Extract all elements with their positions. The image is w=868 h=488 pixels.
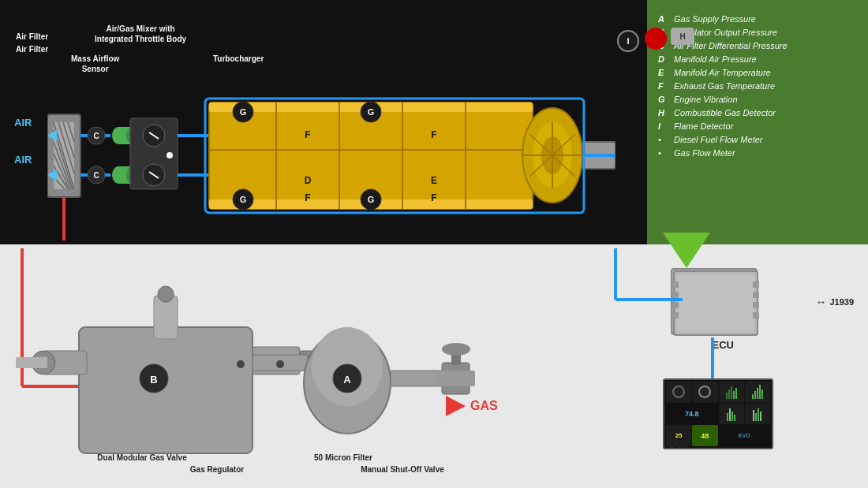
svg-text:G: G <box>240 195 247 204</box>
legend-letter-h: H <box>658 108 668 117</box>
svg-text:G: G <box>368 195 375 204</box>
engine-svg: C C <box>47 71 615 240</box>
legend-letter-e: E <box>658 68 668 77</box>
svg-text:G: G <box>368 107 375 117</box>
filter-label: 50 Micron Filter <box>296 453 391 462</box>
legend-item-d: D Manifold Air Pressure <box>658 54 857 64</box>
svg-point-30 <box>166 152 173 158</box>
combustible-gas-indicator-red <box>645 28 667 50</box>
svg-rect-85 <box>79 327 253 453</box>
legend-bullet-1: • <box>658 135 668 144</box>
legend-text-f: Exhaust Gas Temperature <box>674 81 775 91</box>
legend-item-h: H Combustible Gas Detector <box>658 108 857 117</box>
svg-text:G: G <box>240 107 247 117</box>
turbocharger-label: Turbocharger <box>213 54 264 64</box>
legend-text-i: Flame Detector <box>674 121 733 131</box>
legend-item-bullet2: • Gas Flow Meter <box>658 148 857 158</box>
svg-text:E: E <box>431 175 437 186</box>
gas-regulator-label: Gas Regulator <box>170 465 264 474</box>
legend-letter-a: A <box>658 14 668 24</box>
legend-letter-i: I <box>658 121 668 131</box>
indicator-h-label: H <box>679 32 685 41</box>
svg-rect-90 <box>16 357 47 368</box>
flame-detector-indicator: I <box>617 30 639 52</box>
diagram-container: A Gas Supply Pressure B Regulator Output… <box>0 0 868 488</box>
svg-point-100 <box>237 360 245 368</box>
legend-text-a: Gas Supply Pressure <box>674 14 756 24</box>
svg-text:C: C <box>93 132 99 140</box>
svg-text:B: B <box>150 374 157 386</box>
indicator-i-label: I <box>627 36 629 46</box>
legend-text-g: Engine Vibration <box>674 95 738 104</box>
legend-text-bullet1: Diesel Fuel Flow Meter <box>674 135 762 144</box>
legend-item-f: F Exhaust Gas Temperature <box>658 81 857 91</box>
legend-item-bullet1: • Diesel Fuel Flow Meter <box>658 135 857 144</box>
legend-item-i: I Flame Detector <box>658 121 857 131</box>
svg-text:F: F <box>305 129 310 140</box>
svg-rect-106 <box>436 371 475 386</box>
air-filter-label: Air Filter <box>16 44 48 54</box>
legend-text-bullet2: Gas Flow Meter <box>674 148 735 158</box>
svg-text:A: A <box>343 374 351 386</box>
legend-letter-f: F <box>658 81 668 91</box>
legend-letter-d: D <box>658 54 668 64</box>
svg-text:D: D <box>305 175 312 186</box>
legend-text-d: Manifold Air Pressure <box>674 54 757 64</box>
mass-airflow-label: Mass AirflowSensor <box>71 54 119 74</box>
legend-item-a: A Gas Supply Pressure <box>658 14 857 24</box>
legend-text-h: Combustible Gas Detector <box>674 108 776 117</box>
legend-bullet-2: • <box>658 148 668 158</box>
svg-text:F: F <box>431 129 436 140</box>
svg-point-101 <box>276 360 284 368</box>
svg-text:F: F <box>431 192 436 203</box>
air-label-2: AIR <box>14 154 32 166</box>
legend-item-e: E Manifold Air Temperature <box>658 68 857 77</box>
svg-text:F: F <box>305 192 310 203</box>
combustible-gas-indicator: H <box>671 28 694 45</box>
legend-text-e: Manifold Air Temperature <box>674 68 771 77</box>
air-label-1: AIR <box>14 117 32 129</box>
manual-shutoff-label: Manual Shut-Off Valve <box>347 465 458 474</box>
bottom-machinery-svg: B A <box>0 248 868 488</box>
dual-modular-label: Dual Modular Gas Valve <box>79 453 205 462</box>
legend-letter-g: G <box>658 95 668 104</box>
svg-point-108 <box>442 343 470 356</box>
legend-item-g: G Engine Vibration <box>658 95 857 104</box>
svg-text:C: C <box>93 171 99 180</box>
air-filter-label-2: Air Filter <box>16 32 48 42</box>
svg-point-87 <box>158 286 174 302</box>
air-gas-mixer-label: Air/Gas Mixer withIntegrated Throttle Bo… <box>95 24 186 44</box>
